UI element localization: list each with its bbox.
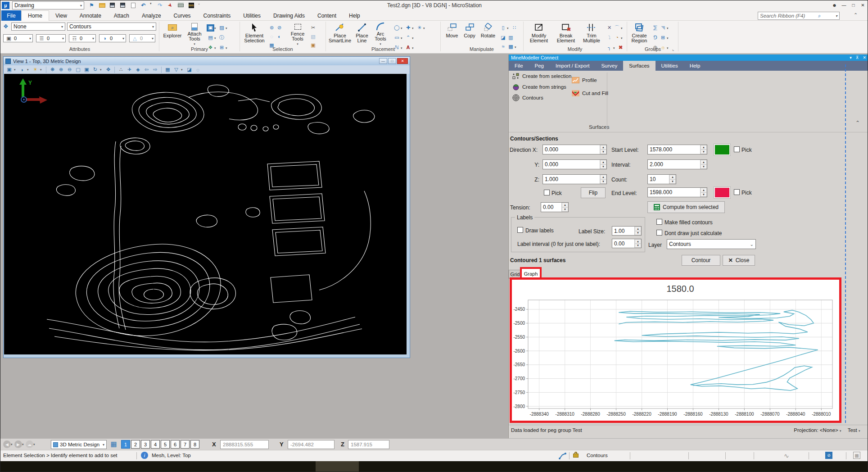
zoom-in-icon[interactable]: ⊕ (57, 66, 65, 73)
interval-spinner[interactable]: ▲▼ (700, 160, 707, 169)
delete-vertex-icon[interactable]: ✕ (606, 24, 613, 32)
view-toggle-6[interactable]: 6 (171, 440, 180, 449)
direction-pick-checkbox[interactable] (544, 190, 550, 195)
view-toggle-8[interactable]: 8 (190, 440, 199, 449)
tab-analyze[interactable]: Analyze (136, 10, 167, 21)
paste-icon[interactable]: ▣ (309, 42, 317, 49)
display-style-icon[interactable]: ◗ (18, 66, 26, 73)
trim-multiple-button[interactable]: Trim Multiple (579, 22, 604, 46)
lock-icon[interactable] (573, 454, 579, 458)
dialog-blocked-icon[interactable]: ⊘ (825, 452, 832, 459)
label-interval-input[interactable]: 0.00 ▲▼ (612, 239, 642, 248)
command-scroll-icon[interactable]: ∿ (784, 452, 789, 459)
move-button[interactable]: Move (443, 22, 461, 46)
tension-spinner[interactable]: ▲▼ (561, 203, 568, 212)
update-view-icon[interactable]: ❋ (49, 66, 56, 73)
move-parallel-icon[interactable]: ▩ (507, 43, 515, 50)
copy-fence-icon[interactable]: ▧ (309, 33, 317, 40)
fence-tools-button[interactable]: Fence Tools ▾ (288, 22, 307, 46)
projection-selector[interactable]: Projection: <None> ▾ (794, 427, 843, 433)
view-minimize-button[interactable]: — (379, 58, 387, 64)
direction-x-spinner[interactable]: ▲▼ (600, 145, 606, 154)
panel-ribbon-collapse-icon[interactable]: ⌃ (855, 120, 860, 126)
view-toggle-5[interactable]: 5 (161, 440, 170, 449)
pan-view-icon[interactable]: ✥ (104, 66, 112, 73)
references-icon[interactable]: ▨ (218, 24, 226, 32)
panel-tab-utilities[interactable]: Utilities (656, 61, 684, 71)
interval-input[interactable]: 2.000 ▲▼ (647, 159, 707, 169)
models-icon[interactable]: ▣ (207, 24, 214, 32)
panel-tab-help[interactable]: Help (684, 61, 706, 71)
draw-labels-checkbox[interactable] (517, 227, 523, 233)
select-lock-icon[interactable]: ⊘ (276, 24, 283, 32)
hatch-icon[interactable]: ⊞ (659, 34, 667, 41)
compute-from-selected-button[interactable]: Compute from selected (647, 201, 725, 213)
panel-menu-caret-icon[interactable]: ▾ (850, 55, 852, 60)
view-title-bar[interactable]: View 1 - Top, 3D Metric Design — □ ✕ (4, 57, 410, 65)
panel-tab-survey[interactable]: Survey (595, 61, 623, 71)
group-hole-icon[interactable]: ⅀ (651, 24, 659, 32)
count-spinner[interactable]: ▲▼ (669, 175, 676, 184)
saved-views-icon[interactable]: ☁ (26, 440, 33, 448)
create-region-button[interactable]: Create Region (629, 22, 650, 46)
user-account-icon[interactable]: ☻ (831, 2, 838, 9)
clip-mask-icon[interactable]: ◪ (185, 66, 193, 73)
level-combo[interactable]: Contours▾ (67, 23, 156, 31)
array-icon[interactable]: ∷ (511, 24, 518, 32)
active-level-text[interactable]: Contours (587, 453, 608, 458)
zoom-out-icon[interactable]: ⊖ (66, 66, 73, 73)
view-toggle-1[interactable]: 1 (121, 440, 130, 449)
flip-button[interactable]: Flip (581, 187, 606, 198)
tab-view[interactable]: View (49, 10, 73, 21)
tab-attach[interactable]: Attach (108, 10, 136, 21)
create-from-strings-button[interactable]: Create from strings (512, 83, 566, 91)
fit-view-icon[interactable]: ▣ (83, 66, 90, 73)
contour-button[interactable]: Contour (682, 255, 720, 266)
sheet-icon[interactable]: ▤ (207, 34, 214, 41)
tab-drawing-aids[interactable]: Drawing Aids (267, 10, 311, 21)
start-level-input[interactable]: 1578.000 ▲▼ (647, 145, 707, 154)
view-toggle-7[interactable]: 7 (181, 440, 190, 449)
label-size-spinner[interactable]: ▲▼ (634, 227, 641, 235)
clip-volume-icon[interactable]: ▽ (172, 66, 180, 73)
direction-z-spinner[interactable]: ▲▼ (600, 175, 606, 184)
apply-clip-icon[interactable]: ◌ (194, 66, 202, 73)
cut-icon[interactable]: ✂ (309, 24, 317, 32)
break-curve-icon[interactable]: ⤵ (606, 34, 613, 41)
panel-pin-icon[interactable]: ⊼ (856, 55, 859, 60)
scale-icon[interactable]: ▯ (499, 24, 507, 32)
x-coordinate-input[interactable]: 2888315.555 (220, 440, 269, 449)
saved-view-combo[interactable]: 3D Metric Design ▾ (51, 440, 107, 449)
place-smartline-button[interactable]: Place SmartLine (327, 22, 353, 46)
direction-y-spinner[interactable]: ▲▼ (600, 160, 606, 169)
tab-help[interactable]: Help (343, 10, 366, 21)
deselect-icon[interactable]: ◌ (268, 33, 276, 40)
close-button[interactable]: ✕ (859, 2, 867, 9)
snap-mode-icon[interactable] (559, 452, 567, 459)
close-panel-button[interactable]: ✕ Close (723, 255, 755, 266)
window-area-icon[interactable]: ▢ (74, 66, 82, 73)
select-previous-icon[interactable]: ◐ (276, 33, 283, 40)
view-attributes-icon[interactable]: ▣ (5, 66, 13, 73)
tab-constraints[interactable]: Constraints (197, 10, 237, 21)
dont-draw-checkbox[interactable] (656, 230, 662, 236)
attach-tools-button[interactable]: Attach Tools ▾ (184, 22, 205, 46)
view-toggle-3[interactable]: 3 (141, 440, 150, 449)
panel-title-bar[interactable]: MineModeller Connect ▾ ⊼ ✕ (509, 54, 868, 61)
end-pick-checkbox[interactable] (734, 189, 740, 195)
ribbon-collapse-icon[interactable]: ⌃ (854, 12, 858, 18)
transparency-picker[interactable]: ◑0▾ (99, 34, 126, 42)
tab-annotate[interactable]: Annotate (73, 10, 108, 21)
view-close-button[interactable]: ✕ (397, 58, 408, 64)
rotate-button[interactable]: Rotate (479, 22, 497, 46)
fly-icon[interactable]: ✈ (126, 66, 133, 73)
start-pick-checkbox[interactable] (734, 146, 740, 152)
view-next-icon[interactable]: ⇨ (151, 66, 159, 73)
z-coordinate-input[interactable]: 1587.915 (348, 440, 389, 449)
y-coordinate-input[interactable]: -2694.482 (288, 440, 335, 449)
view-toggle-4[interactable]: 4 (151, 440, 160, 449)
mirror-icon[interactable]: ◪ (499, 34, 507, 41)
align-icon[interactable]: ▥ (507, 34, 515, 41)
start-color-swatch[interactable] (714, 144, 731, 156)
arc-tools-button[interactable]: Arc Tools ▾ (371, 22, 389, 46)
